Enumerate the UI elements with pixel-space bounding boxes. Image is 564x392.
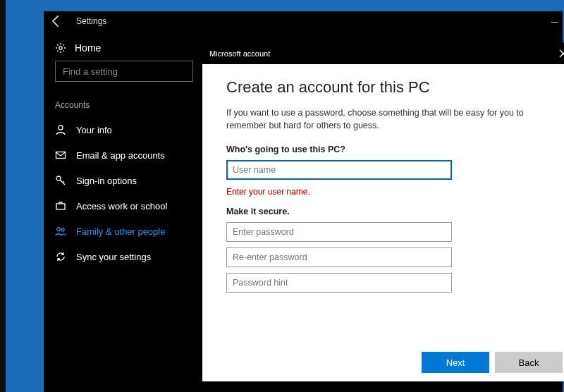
search-input[interactable]: Find a setting bbox=[55, 61, 193, 82]
username-label: Who's going to use this PC? bbox=[226, 145, 551, 154]
settings-titlebar: Settings bbox=[44, 11, 563, 31]
gear-icon bbox=[55, 42, 66, 54]
minimize-icon[interactable] bbox=[551, 14, 560, 23]
svg-point-1 bbox=[59, 125, 63, 130]
close-icon[interactable] bbox=[558, 49, 564, 59]
svg-point-6 bbox=[61, 228, 64, 231]
nav-label: Family & other people bbox=[76, 226, 165, 237]
nav-label: Sync your settings bbox=[76, 252, 151, 262]
nav-label: Sign-in options bbox=[76, 176, 137, 186]
next-button[interactable]: Next bbox=[422, 352, 489, 373]
svg-rect-4 bbox=[56, 204, 65, 209]
people-icon bbox=[55, 226, 66, 237]
dialog-footer: Next Back bbox=[202, 343, 564, 381]
password-hint-input[interactable] bbox=[226, 273, 452, 293]
settings-title: Settings bbox=[76, 16, 106, 26]
secure-label: Make it secure. bbox=[226, 207, 551, 216]
mail-icon bbox=[55, 149, 66, 161]
person-icon bbox=[55, 124, 66, 135]
dialog-intro: If you want to use a password, choose so… bbox=[226, 106, 551, 132]
sync-icon bbox=[55, 251, 66, 262]
back-icon[interactable] bbox=[49, 14, 63, 28]
ms-account-dialog: Microsoft account Create an account for … bbox=[202, 43, 564, 381]
back-button[interactable]: Back bbox=[495, 352, 563, 373]
settings-window: Settings Home Find a setting Accounts Yo… bbox=[44, 11, 563, 392]
nav-label: Your info bbox=[76, 125, 112, 135]
dialog-heading: Create an account for this PC bbox=[226, 78, 551, 97]
nav-label: Email & app accounts bbox=[76, 150, 165, 161]
dialog-title: Microsoft account bbox=[209, 49, 270, 58]
key-icon bbox=[55, 175, 66, 186]
reenter-password-input[interactable] bbox=[226, 247, 452, 267]
username-error: Enter your user name. bbox=[226, 187, 551, 197]
home-label: Home bbox=[75, 42, 101, 54]
svg-point-0 bbox=[59, 47, 62, 49]
briefcase-icon bbox=[55, 200, 66, 212]
svg-point-5 bbox=[57, 228, 61, 231]
search-placeholder: Find a setting bbox=[63, 66, 118, 77]
password-input[interactable] bbox=[226, 222, 452, 242]
nav-label: Access work or school bbox=[76, 201, 167, 212]
username-input[interactable] bbox=[226, 160, 452, 180]
dialog-titlebar: Microsoft account bbox=[202, 43, 564, 64]
dialog-body: Create an account for this PC If you wan… bbox=[202, 64, 564, 343]
